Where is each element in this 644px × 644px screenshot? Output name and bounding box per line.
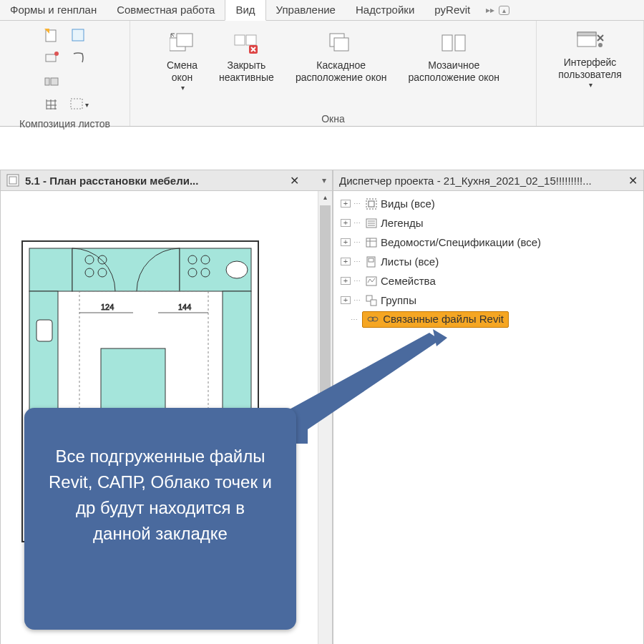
- tree-schedules[interactable]: +⋯Ведомости/Спецификации (все): [338, 233, 639, 252]
- view-close-icon[interactable]: ✕: [290, 174, 299, 187]
- view-ref-icon[interactable]: [42, 72, 62, 91]
- group-title-composition: Композиция листов: [19, 118, 110, 130]
- tree-legends[interactable]: +⋯Легенды: [338, 213, 639, 233]
- svg-rect-35: [36, 320, 52, 341]
- svg-point-34: [226, 261, 248, 278]
- cascade-button[interactable]: Каскадное расположение окон: [291, 26, 391, 87]
- svg-rect-2: [72, 29, 84, 41]
- tree-sheets[interactable]: +⋯Листы (все): [338, 252, 639, 271]
- panel-menu-icon[interactable]: ▾: [322, 175, 326, 185]
- view-tab-header[interactable]: 5.1 - План расстановки мебели... ✕ ▾: [0, 170, 333, 191]
- tab-addins[interactable]: Надстройки: [346, 0, 424, 20]
- group-title-windows: Окна: [321, 113, 345, 125]
- guide-grid-icon[interactable]: [42, 49, 62, 68]
- svg-rect-29: [29, 248, 72, 291]
- ribbon-content: ▾ Композиция листов Смена окон▾ Закрыть …: [0, 21, 644, 127]
- svg-rect-51: [369, 201, 374, 207]
- svg-rect-6: [51, 78, 58, 85]
- svg-rect-15: [177, 34, 192, 47]
- svg-rect-56: [366, 238, 376, 247]
- browser-close-icon[interactable]: ✕: [628, 174, 638, 187]
- ribbon-overflow[interactable]: ▸▸ ▴: [480, 0, 515, 20]
- svg-rect-22: [455, 35, 465, 51]
- svg-rect-44: [101, 348, 165, 413]
- tree-families[interactable]: +⋯Семейства: [338, 271, 639, 291]
- svg-rect-20: [334, 38, 348, 51]
- view-tab-title: 5.1 - План расстановки мебели...: [25, 175, 198, 187]
- svg-rect-63: [371, 300, 376, 306]
- svg-rect-0: [46, 30, 56, 42]
- tree-groups[interactable]: +⋯Группы: [338, 291, 639, 310]
- tab-pyrevit[interactable]: pyRevit: [424, 0, 480, 20]
- matchline-icon[interactable]: [69, 49, 89, 68]
- project-tree[interactable]: +⋯Виды (все) +⋯Легенды +⋯Ведомости/Специ…: [333, 191, 643, 332]
- svg-rect-13: [71, 99, 82, 109]
- tile-button[interactable]: Мозаичное расположение окон: [404, 26, 504, 87]
- tab-forms[interactable]: Формы и генплан: [0, 0, 107, 20]
- svg-rect-16: [235, 35, 245, 45]
- grid-icon[interactable]: [42, 95, 62, 114]
- group-windows: Смена окон▾ Закрыть неактивные Каскадное…: [130, 21, 537, 126]
- svg-rect-26: [7, 175, 19, 186]
- close-inactive-button[interactable]: Закрыть неактивные: [215, 26, 278, 87]
- browser-header[interactable]: Диспетчер проекта - 21_Кухня_2021_02_15!…: [333, 170, 644, 191]
- svg-point-25: [598, 43, 602, 47]
- plan-view-icon: [6, 174, 19, 187]
- browser-title: Диспетчер проекта - 21_Кухня_2021_02_15!…: [339, 175, 592, 187]
- new-sheet-icon[interactable]: [42, 26, 62, 45]
- svg-rect-30: [72, 248, 180, 291]
- ribbon-tabs: Формы и генплан Совместная работа Вид Уп…: [0, 0, 644, 21]
- sheet-icon[interactable]: [69, 26, 89, 45]
- svg-rect-3: [46, 54, 56, 62]
- group-ui: Интерфейс пользователя▾: [537, 21, 644, 126]
- switch-windows-button[interactable]: Смена окон▾: [162, 26, 202, 95]
- svg-text:144: 144: [178, 303, 191, 311]
- svg-rect-21: [442, 35, 452, 51]
- svg-point-4: [54, 52, 59, 56]
- svg-text:124: 124: [101, 303, 114, 311]
- svg-rect-17: [246, 35, 256, 45]
- viewport-icon[interactable]: ▾: [69, 95, 89, 114]
- tab-view[interactable]: Вид: [225, 0, 265, 21]
- ui-button[interactable]: Интерфейс пользователя▾: [554, 24, 626, 92]
- help-callout: Все подгруженные файлы Revit, САПР, Обла…: [24, 408, 296, 630]
- tab-collab[interactable]: Совместная работа: [107, 0, 225, 20]
- tree-views[interactable]: +⋯Виды (все): [338, 194, 639, 213]
- svg-rect-24: [577, 32, 596, 36]
- svg-rect-5: [45, 78, 49, 85]
- group-composition: ▾ Композиция листов: [0, 21, 130, 126]
- tab-manage[interactable]: Управление: [266, 0, 346, 20]
